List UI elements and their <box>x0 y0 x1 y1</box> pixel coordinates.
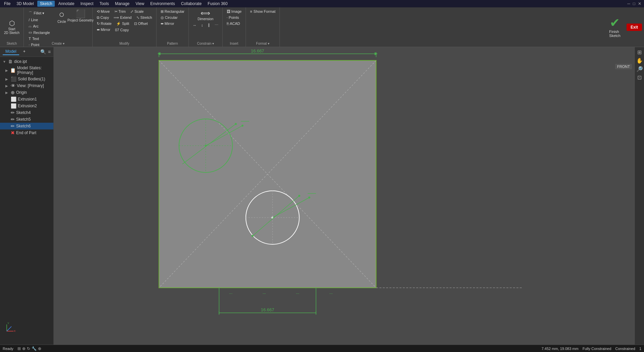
svg-point-23 <box>242 125 244 127</box>
sketch4-icon: ✏ <box>11 110 15 115</box>
tree-item-sketch4[interactable]: ▶ ✏ Sketch4 <box>0 109 53 116</box>
menu-collaborate[interactable]: Collaborate <box>178 1 204 7</box>
tree-item-model-states[interactable]: ▶ 📋 Model States: [Primary] <box>0 65 53 76</box>
tree-item-sketch6[interactable]: ▶ ✏ Sketch6 <box>0 123 53 129</box>
menu-3dmodel[interactable]: 3D Model <box>14 1 36 7</box>
extend-button[interactable]: ⟹ Extend <box>112 15 133 21</box>
fillet-button[interactable]: ⌒ Fillet ▾ <box>27 10 52 16</box>
menu-sketch[interactable]: Sketch <box>37 1 55 7</box>
constrain-p-button[interactable]: ∥ <box>206 22 212 28</box>
acad-button[interactable]: ⎘ ACAD <box>225 21 244 26</box>
project-geometry-button[interactable]: ⬛ Project Geometry <box>71 9 90 23</box>
line-button[interactable]: / Line <box>27 17 52 23</box>
panel-menu-icon[interactable]: ≡ <box>48 49 51 54</box>
status-snap-icon[interactable]: ⊕ <box>22 346 26 351</box>
menu-fusion360[interactable]: Fusion 360 <box>205 1 230 7</box>
dimension-button[interactable]: ⟺ Dimension <box>194 9 217 22</box>
status-grid-icon[interactable]: ⊞ <box>17 346 21 351</box>
coordinate-indicator: Y X <box>3 321 17 335</box>
stretch-button[interactable]: ⤡ Stretch <box>134 15 154 21</box>
arc-button[interactable]: ⌓ Arc <box>27 23 52 29</box>
model-tree: ▼ 🗎 dice.ipt ▶ 📋 Model States: [Primary]… <box>0 57 53 138</box>
image-button[interactable]: 🖼 Image <box>225 9 244 14</box>
start-2d-sketch-button[interactable]: ⬡ Start2D Sketch <box>2 19 22 36</box>
search-panel-icon[interactable]: 🔍 <box>40 49 46 54</box>
tab-model[interactable]: Model <box>3 48 19 55</box>
create-small-buttons: ⌒ Fillet ▾ / Line ⌓ Arc ▭ Rectangle T <box>26 9 53 49</box>
window-minimize[interactable]: ─ <box>627 1 630 6</box>
point-button[interactable]: · Point <box>27 42 52 47</box>
rotate-button[interactable]: ↻ Rotate <box>95 21 114 27</box>
tree-item-model-states-label: Model States: [Primary] <box>17 66 51 75</box>
tree-item-solid-bodies[interactable]: ▶ ⬛ Solid Bodies(1) <box>0 76 53 82</box>
status-orbit-icon[interactable]: ↻ <box>27 346 30 351</box>
window-close[interactable]: ✕ <box>638 1 641 6</box>
trim-button[interactable]: ✂ Trim <box>113 9 128 14</box>
menu-tools[interactable]: Tools <box>97 1 112 7</box>
menu-manage[interactable]: Manage <box>112 1 132 7</box>
tree-item-sketch6-label: Sketch6 <box>16 124 31 128</box>
finish-sketch-button[interactable]: ✔ FinishSketch <box>605 7 625 47</box>
constrained-label: Constrained <box>615 347 635 351</box>
status-bar: Ready ⊞ ⊕ ↻ 🔧 ⊕ 7.452 mm, 19.083 mm Full… <box>0 345 644 352</box>
move-button[interactable]: ⟲ Move <box>95 9 112 14</box>
tree-item-view-primary[interactable]: ▶ 👁 View: [Primary] <box>0 82 53 89</box>
end-of-part-icon: ✖ <box>11 130 15 135</box>
add-tab-button[interactable]: + <box>20 48 28 55</box>
menu-inspect[interactable]: Inspect <box>78 1 96 7</box>
rectangular-button[interactable]: ⊞ Rectangular <box>159 9 186 14</box>
mirror-button[interactable]: ⬌ Mirror <box>95 27 113 33</box>
tree-item-end-of-part-label: End of Part <box>16 130 36 135</box>
tree-item-origin-label: Origin <box>16 90 27 95</box>
toolbar-create-group: ⌒ Fillet ▾ / Line ⌓ Arc ▭ Rectangle T <box>24 7 93 47</box>
rectangle-icon: ▭ <box>29 30 32 35</box>
svg-point-31 <box>298 195 300 197</box>
split-button[interactable]: ⚡ Split <box>114 21 131 27</box>
text-button[interactable]: T Text <box>27 36 52 41</box>
show-format-button[interactable]: ≡ Show Format <box>248 9 277 14</box>
right-side-panel: ⊞ ✋ 🔎 ⊡ <box>635 47 644 345</box>
copy-button[interactable]: ⧉ Copy <box>95 15 111 21</box>
constrain-more-button[interactable]: ⋯ <box>213 22 220 28</box>
svg-point-30 <box>252 235 254 237</box>
tree-item-sketch5[interactable]: ▶ ✏ Sketch5 <box>0 116 53 123</box>
offset-button[interactable]: ⊡ Offset <box>132 21 150 27</box>
toolbar-insert-group: 🖼 Image · Points ⎘ ACAD Insert <box>223 7 246 47</box>
menu-environments[interactable]: Environments <box>147 1 177 7</box>
tree-item-sketch5-label: Sketch5 <box>16 117 31 122</box>
show-format-icon: ≡ <box>250 9 252 13</box>
tree-item-dice[interactable]: ▼ 🗎 dice.ipt <box>0 58 53 65</box>
zoom-icon[interactable]: 🔎 <box>636 66 643 72</box>
scale-button[interactable]: ⤢ Scale <box>128 9 146 14</box>
exit-button[interactable]: Exit <box>627 24 642 31</box>
status-more-icon[interactable]: ⊕ <box>38 346 41 351</box>
window-maximize[interactable]: □ <box>633 1 635 6</box>
mirror-pattern-button[interactable]: ⬌ Mirror <box>159 21 176 27</box>
menu-file[interactable]: File <box>1 1 13 7</box>
tree-item-origin[interactable]: ▶ ⊕ Origin <box>0 89 53 96</box>
tree-item-end-of-part[interactable]: ▶ ✖ End of Part <box>0 129 53 136</box>
copy07-button[interactable]: 07 Copy <box>113 27 131 33</box>
toolbar-pattern-group: ⊞ Rectangular ◎ Circular ⬌ Mirror Patter… <box>157 7 189 47</box>
constrain-v-button[interactable]: ↕ <box>199 23 205 28</box>
constrain-h-button[interactable]: ↔ <box>191 23 199 28</box>
status-tool-icon[interactable]: 🔧 <box>32 346 37 351</box>
finish-sketch-checkmark-icon: ✔ <box>610 17 620 29</box>
origin-icon: ⊕ <box>11 90 15 95</box>
menu-annotate[interactable]: Annotate <box>55 1 77 7</box>
circular-button[interactable]: ◎ Circular <box>159 15 180 21</box>
sketch6-icon: ✏ <box>11 123 15 129</box>
rectangle-button[interactable]: ▭ Rectangle <box>27 30 52 35</box>
tree-item-extrusion1[interactable]: ▶ ⬜ Extrusion1 <box>0 96 53 103</box>
menu-view[interactable]: View <box>133 1 147 7</box>
project-geometry-icon: ⬛ <box>76 10 86 18</box>
expand-arrow-solid-bodies: ▶ <box>5 77 9 81</box>
points-button[interactable]: · Points <box>225 15 244 20</box>
panel-icons: 🔍 ≡ <box>40 49 51 54</box>
nav-cube-icon[interactable]: ⊞ <box>637 49 642 55</box>
tree-item-extrusion2[interactable]: ▶ ⬜ Extrusion2 <box>0 103 53 109</box>
fit-icon[interactable]: ⊡ <box>637 74 642 81</box>
extrusion2-icon: ⬜ <box>11 103 16 109</box>
canvas-area[interactable]: FRONT 16.667 <box>54 47 644 345</box>
pan-icon[interactable]: ✋ <box>636 57 643 64</box>
